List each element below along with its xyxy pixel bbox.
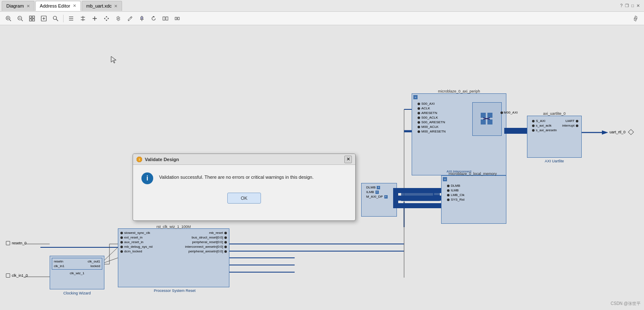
restore-icon[interactable]: ❐ [625, 3, 629, 8]
modal-close-button[interactable]: ✕ [344, 156, 352, 163]
separator-1 [63, 15, 64, 22]
tab-mb-uart-xdc[interactable]: mb_uart.xdc ✕ [82, 1, 122, 11]
maximize-icon[interactable]: □ [631, 3, 634, 8]
add-ip-button[interactable] [90, 13, 100, 24]
svg-line-1 [9, 19, 11, 21]
svg-marker-27 [108, 18, 109, 19]
tab-diagram[interactable]: Diagram ✕ [2, 1, 35, 11]
validate-design-dialog: ! Validate Design ✕ i Validation success… [133, 154, 356, 221]
svg-rect-8 [32, 16, 35, 18]
push-button[interactable] [172, 13, 182, 24]
zoom-out-button[interactable] [15, 13, 25, 24]
modal-body: i Validation successful. There are no er… [133, 165, 355, 191]
svg-point-14 [53, 16, 57, 19]
edit-button[interactable] [125, 13, 135, 24]
svg-rect-32 [163, 17, 165, 20]
modal-footer: OK [133, 191, 355, 208]
validate-icon: ! [136, 156, 142, 162]
fit-window-button[interactable] [27, 13, 37, 24]
tab-bar-icons: ? ❐ □ ✕ [620, 3, 642, 8]
split-button[interactable] [160, 13, 170, 24]
modal-title-bar: ! Validate Design ✕ [133, 154, 355, 165]
modal-ok-button[interactable]: OK [227, 193, 261, 204]
svg-marker-24 [106, 16, 107, 17]
modal-message-text: Validation successful. There are no erro… [159, 172, 314, 180]
pin-button[interactable] [137, 13, 147, 24]
svg-rect-35 [178, 17, 179, 20]
zoom-area-button[interactable] [39, 13, 49, 24]
tab-bar: Diagram ✕ Address Editor ✕ mb_uart.xdc ✕… [0, 0, 644, 12]
move-button[interactable] [101, 13, 112, 24]
search-button[interactable] [51, 13, 61, 24]
tab-mb-uart-xdc-close[interactable]: ✕ [114, 4, 117, 8]
svg-marker-25 [106, 20, 107, 21]
svg-rect-9 [29, 19, 32, 21]
distribute-button[interactable] [78, 13, 88, 24]
modal-info-icon: i [141, 172, 153, 184]
svg-rect-7 [29, 16, 32, 18]
svg-marker-31 [152, 16, 155, 17]
tab-diagram-close[interactable]: ✕ [27, 4, 30, 8]
settings-button[interactable] [631, 13, 641, 24]
help-icon[interactable]: ? [620, 3, 623, 8]
svg-line-15 [56, 19, 59, 21]
tab-address-editor-label: Address Editor [40, 3, 70, 8]
svg-rect-10 [32, 19, 35, 21]
canvas-area: resetn_0 clk_in1_0 uart_rtl_0 resetn clk… [0, 25, 644, 310]
svg-point-28 [118, 18, 119, 19]
tab-mb-uart-xdc-label: mb_uart.xdc [86, 3, 112, 8]
close-window-icon[interactable]: ✕ [636, 3, 640, 8]
modal-title-text: Validate Design [145, 157, 179, 162]
svg-rect-33 [166, 17, 168, 20]
svg-line-5 [21, 19, 23, 21]
modal-overlay: ! Validate Design ✕ i Validation success… [0, 25, 644, 310]
reload-button[interactable] [149, 13, 159, 24]
tab-address-editor-close[interactable]: ✕ [73, 3, 76, 8]
align-button[interactable] [66, 13, 76, 24]
tab-diagram-label: Diagram [6, 3, 24, 8]
svg-text:!: ! [139, 158, 140, 162]
svg-rect-34 [175, 17, 177, 20]
svg-point-37 [635, 18, 636, 19]
tab-address-editor[interactable]: Address Editor ✕ [35, 1, 81, 11]
zoom-in-button[interactable] [3, 13, 13, 24]
toolbar [0, 12, 644, 25]
modal-title-content: ! Validate Design [136, 156, 179, 162]
properties-button[interactable] [113, 13, 123, 24]
svg-marker-26 [104, 18, 105, 19]
